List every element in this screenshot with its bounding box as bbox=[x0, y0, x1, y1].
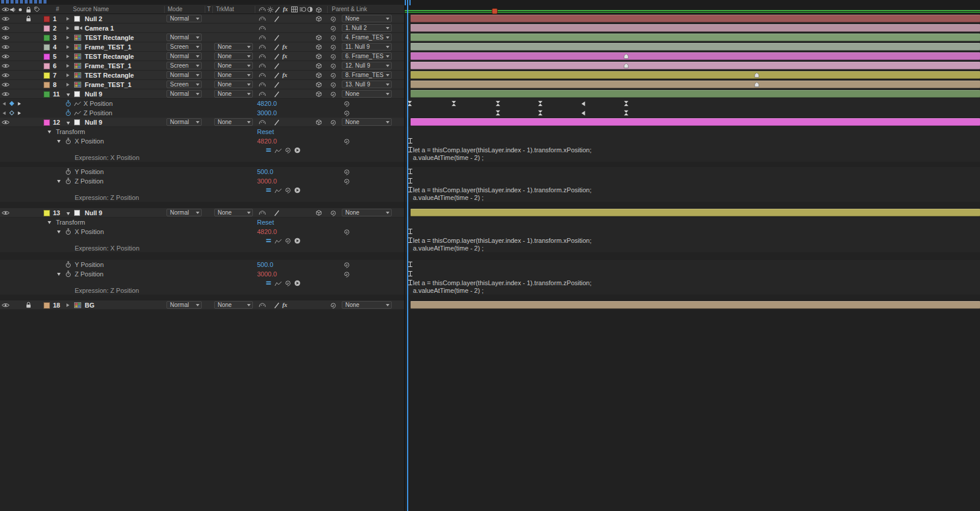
quality-switch[interactable] bbox=[274, 54, 279, 60]
twirl-arrow[interactable] bbox=[66, 303, 69, 307]
property-pickwhip-icon[interactable] bbox=[344, 178, 350, 185]
twirl-arrow[interactable] bbox=[57, 273, 61, 276]
expression-pickwhip-icon[interactable] bbox=[285, 238, 291, 244]
trkmat-select[interactable]: None bbox=[214, 118, 253, 126]
twirl-arrow[interactable] bbox=[66, 55, 69, 58]
eye-icon[interactable] bbox=[2, 211, 9, 215]
shy-switch[interactable] bbox=[259, 25, 266, 30]
current-time-indicator[interactable] bbox=[407, 0, 408, 511]
expression-text[interactable]: let a = thisComp.layer(thisLayer.index -… bbox=[413, 146, 592, 162]
fx-switch[interactable]: fx bbox=[282, 54, 287, 59]
layer-name[interactable]: BG bbox=[85, 300, 95, 310]
parent-pickwhip-icon[interactable] bbox=[330, 302, 336, 309]
cube-3d-switch[interactable] bbox=[315, 44, 322, 51]
keyframe-icon[interactable] bbox=[624, 101, 629, 106]
property-pickwhip-icon[interactable] bbox=[344, 110, 350, 116]
layer-name[interactable]: Null 9 bbox=[85, 208, 102, 218]
label-color-swatch[interactable] bbox=[44, 35, 50, 41]
twirl-arrow[interactable] bbox=[66, 93, 70, 96]
property-name[interactable]: Y Position bbox=[75, 167, 104, 176]
keyframe-icon[interactable] bbox=[495, 101, 501, 106]
expression-language-menu-icon[interactable] bbox=[294, 238, 301, 244]
parent-pickwhip-icon[interactable] bbox=[330, 210, 336, 216]
mode-select[interactable]: Normal bbox=[166, 118, 202, 126]
layer-name[interactable]: Frame_TEST_1 bbox=[85, 61, 131, 71]
property-name[interactable]: X Position bbox=[84, 99, 113, 108]
transform-reset[interactable]: Reset bbox=[257, 127, 274, 136]
layer-duration-bar[interactable] bbox=[411, 301, 980, 309]
layer-marker[interactable] bbox=[624, 63, 629, 68]
parent-select[interactable]: 11. Null 9 bbox=[342, 43, 392, 51]
trkmat-select[interactable]: None bbox=[214, 52, 253, 60]
cube-3d-switch[interactable] bbox=[315, 119, 322, 126]
eye-icon[interactable] bbox=[2, 64, 9, 68]
cube-3d-switch[interactable] bbox=[315, 34, 322, 41]
mode-select[interactable]: Screen bbox=[166, 43, 202, 51]
expression-language-menu-icon[interactable] bbox=[294, 147, 301, 153]
eye-icon[interactable] bbox=[2, 73, 9, 78]
quality-switch[interactable] bbox=[274, 44, 279, 51]
cube-3d-switch[interactable] bbox=[315, 72, 322, 79]
fx-switch[interactable]: fx bbox=[282, 44, 287, 50]
keyframe-icon[interactable] bbox=[624, 110, 629, 116]
parent-pickwhip-icon[interactable] bbox=[330, 54, 336, 60]
trkmat-select[interactable]: None bbox=[214, 301, 253, 309]
quality-switch[interactable] bbox=[274, 35, 279, 41]
expression-text[interactable]: let a = thisComp.layer(thisLayer.index -… bbox=[413, 237, 592, 252]
eye-icon[interactable] bbox=[2, 26, 9, 31]
twirl-arrow[interactable] bbox=[48, 221, 51, 224]
layer-duration-bar[interactable] bbox=[411, 90, 980, 98]
expression-language-menu-icon[interactable] bbox=[294, 187, 301, 193]
property-name[interactable]: Y Position bbox=[75, 260, 104, 269]
layer-duration-bar[interactable] bbox=[411, 34, 980, 41]
property-value[interactable]: 4820.0 bbox=[257, 227, 277, 236]
eye-icon[interactable] bbox=[2, 120, 9, 125]
lock-icon[interactable] bbox=[26, 302, 31, 308]
mode-select[interactable]: Normal bbox=[166, 34, 202, 41]
parent-select[interactable]: 4. Frame_TES bbox=[342, 34, 392, 41]
trkmat-select[interactable]: None bbox=[214, 81, 253, 88]
expression-graph-icon[interactable] bbox=[275, 239, 282, 244]
fx-switch[interactable]: fx bbox=[282, 72, 287, 78]
expression-graph-icon[interactable] bbox=[275, 281, 282, 286]
layer-marker[interactable] bbox=[754, 72, 759, 78]
mode-select[interactable]: Normal bbox=[166, 209, 202, 216]
layer-marker[interactable] bbox=[754, 82, 759, 87]
parent-select[interactable]: None bbox=[342, 209, 392, 216]
layer-duration-bar[interactable] bbox=[411, 118, 980, 126]
property-value[interactable]: 4820.0 bbox=[257, 99, 277, 108]
parent-pickwhip-icon[interactable] bbox=[330, 35, 336, 41]
add-keyframe-toggle[interactable] bbox=[9, 101, 14, 106]
time-ruler[interactable] bbox=[404, 0, 980, 14]
parent-pickwhip-icon[interactable] bbox=[330, 91, 336, 98]
parent-select[interactable]: 1. Null 2 bbox=[342, 24, 392, 32]
quality-switch[interactable] bbox=[274, 302, 279, 309]
label-color-swatch[interactable] bbox=[44, 44, 50, 51]
expression-text[interactable]: let a = thisComp.layer(thisLayer.index -… bbox=[413, 279, 592, 295]
property-group-name[interactable]: Transform bbox=[56, 127, 85, 136]
mode-select[interactable]: Normal bbox=[166, 52, 202, 60]
property-name[interactable]: Z Position bbox=[75, 269, 104, 279]
label-color-swatch[interactable] bbox=[44, 82, 50, 88]
parent-pickwhip-icon[interactable] bbox=[330, 82, 336, 88]
property-name[interactable]: X Position bbox=[75, 227, 104, 236]
eye-icon[interactable] bbox=[2, 54, 9, 59]
trkmat-select[interactable]: None bbox=[214, 62, 253, 69]
parent-select[interactable]: 12. Null 9 bbox=[342, 62, 392, 69]
property-value[interactable]: 3000.0 bbox=[257, 108, 277, 118]
twirl-arrow[interactable] bbox=[66, 17, 69, 21]
layer-duration-bar[interactable] bbox=[411, 24, 980, 32]
shy-switch[interactable] bbox=[259, 44, 266, 49]
twirl-arrow[interactable] bbox=[66, 26, 69, 30]
property-value[interactable]: 500.0 bbox=[257, 167, 274, 176]
trkmat-select[interactable]: None bbox=[214, 43, 253, 51]
trkmat-select[interactable]: None bbox=[214, 90, 253, 98]
mode-select[interactable]: Normal bbox=[166, 90, 202, 98]
cube-3d-switch[interactable] bbox=[315, 62, 322, 69]
expression-pickwhip-icon[interactable] bbox=[285, 187, 291, 193]
twirl-arrow[interactable] bbox=[66, 83, 69, 86]
twirl-arrow[interactable] bbox=[57, 180, 61, 183]
cube-3d-switch[interactable] bbox=[315, 15, 322, 22]
fx-switch[interactable]: fx bbox=[282, 302, 287, 308]
property-pickwhip-icon[interactable] bbox=[344, 169, 350, 175]
